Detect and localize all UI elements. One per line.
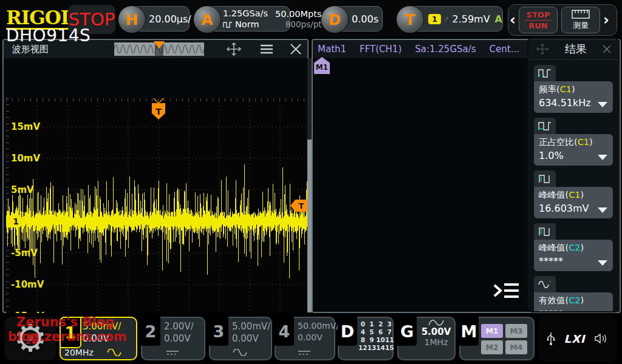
v-axis-label: -10mV (11, 279, 44, 290)
results-title: 结果 (552, 42, 600, 56)
generator-button[interactable]: G 5.00V 1MHz (397, 317, 456, 360)
generator-voltage: 5.00V (419, 326, 453, 337)
delay-knob[interactable]: D (321, 5, 349, 33)
fft-samplerate-label: Sa:1.25GSa/s (415, 44, 476, 55)
close-icon[interactable] (288, 42, 304, 56)
sample-resolution: 800ps/pt (275, 19, 321, 30)
v-axis-label: 15mV (11, 121, 40, 132)
horizontal-knob[interactable]: H (118, 5, 146, 33)
ac-coupling-icon (233, 349, 247, 356)
measurement-item[interactable]: 峰峰值(C2) ***** (534, 223, 613, 271)
measurement-item[interactable]: 峰峰值(C1) 16.603mV (534, 170, 613, 218)
bit-label: 7 (385, 328, 394, 335)
measurement-card[interactable]: 有效值(C2) ***** (534, 292, 613, 312)
expand-caret-icon[interactable] (598, 102, 607, 107)
expand-menu-icon[interactable] (492, 278, 521, 303)
channel1-bandwidth: 20MHz (64, 348, 94, 357)
delay-value: 0.00s (352, 13, 378, 25)
channel2-button[interactable]: 2 2.00V/ 0.00V (141, 317, 205, 360)
trigger-position-outline-icon (152, 98, 165, 104)
channel2-scale: 2.00V/ (164, 320, 194, 332)
dc-coupling-icon (166, 349, 179, 356)
measurement-card[interactable]: 峰峰值(C2) ***** (534, 240, 613, 271)
duty-cycle-icon (534, 118, 556, 134)
bit-label: 14 (376, 344, 385, 351)
status-tile: LXI (538, 315, 617, 362)
channel3-scale: 5.00mV/ (232, 320, 270, 332)
timebase-preview-strip[interactable] (114, 42, 204, 56)
ruler-icon (572, 10, 590, 19)
source-c1: C1 (560, 84, 572, 94)
frequency-icon (534, 65, 556, 81)
bit-label: 9 (367, 336, 377, 343)
toolbar-next-icon[interactable]: › (602, 13, 610, 27)
acquire-mode: Norm (235, 19, 259, 30)
bit-label: 1 (367, 320, 377, 328)
measurement-card[interactable]: 正占空比(C1) 1.0% (534, 134, 613, 166)
measurement-card[interactable]: 峰峰值(C1) 16.603mV (534, 187, 613, 218)
beeper-muted-icon[interactable] (594, 332, 609, 345)
bit-label: 13 (367, 344, 377, 351)
math4-button[interactable]: M4 (505, 340, 527, 354)
measurement-item[interactable]: 正占空比(C1) 1.0% (534, 118, 613, 166)
generator-label: G (397, 317, 417, 346)
top-bar: RIGOL STOP H 20.00μs/ A 1.25GSa/s Norm 5… (0, 0, 622, 38)
rms-icon (534, 276, 556, 292)
dc-coupling-icon (298, 349, 311, 356)
math-button[interactable]: M M1 M3 M2 M4 (459, 317, 535, 360)
math3-button[interactable]: M3 (505, 324, 527, 338)
results-titlebar[interactable]: 结果 (528, 39, 618, 60)
channel4-offset: 0.00V (298, 332, 339, 343)
channel3-button[interactable]: 3 5.00mV/ 0.00V (209, 317, 272, 360)
menu-icon[interactable] (259, 42, 275, 56)
bit-label: 4 (358, 328, 367, 335)
digital-label: D (338, 317, 357, 346)
channel4-button[interactable]: 4 50.00mV/ 0.00V (275, 317, 335, 360)
sample-rate: 1.25GSa/s (223, 8, 268, 19)
digital-channels-button[interactable]: D 0123 4567 891011 12131415 (338, 317, 394, 360)
channel2-offset: 0.00V (164, 332, 194, 345)
expand-caret-icon[interactable] (598, 207, 607, 213)
math2-button[interactable]: M2 (481, 340, 503, 354)
watermark-line1: Zeruns's Blog (16, 315, 114, 329)
measurement-item[interactable]: 频率(C1) 634.51kHz (534, 65, 613, 113)
fft-operation-label: FFT(CH1) (360, 44, 402, 55)
close-results-icon[interactable] (600, 44, 613, 55)
measurement-item[interactable]: 有效值(C2) ***** (534, 276, 613, 312)
acquire-knob[interactable]: A (193, 5, 221, 33)
bit-label: 6 (376, 328, 385, 335)
channel3-number: 3 (209, 317, 228, 346)
channel4-number: 4 (275, 317, 294, 346)
rising-edge-icon (445, 14, 448, 24)
fft-source-label: Math1 (318, 44, 346, 55)
measurement-card[interactable]: 频率(C1) 634.51kHz (534, 81, 613, 113)
expand-caret-icon[interactable] (598, 260, 607, 266)
toolbar-group: ‹ STOP RUN 测量 › (508, 4, 617, 36)
window-divider-scrollbar[interactable] (307, 58, 312, 312)
sine-wave-icon (428, 319, 444, 326)
memory-depth: 50.00Mpts (275, 8, 321, 19)
bit-label: 12 (358, 344, 367, 351)
acquire-mode-icon (223, 21, 233, 28)
peak-peak-icon (534, 223, 556, 240)
trigger-level-value: 2.59mV (452, 13, 490, 25)
source-c2: C2 (569, 243, 580, 252)
watermark-line2: blog.zeruns.com (8, 329, 127, 344)
trigger-knob[interactable]: T (396, 5, 424, 33)
math1-button[interactable]: M1 (481, 324, 503, 338)
usb-icon[interactable] (547, 331, 555, 346)
stop-run-button[interactable]: STOP RUN (519, 7, 558, 33)
measure-button[interactable]: 测量 (561, 7, 600, 33)
math-label: M (459, 317, 479, 346)
v-axis-label: 5mV (11, 184, 34, 195)
move-panel-icon[interactable] (533, 43, 552, 55)
source-c1: C1 (578, 137, 589, 147)
lxi-label[interactable]: LXI (564, 332, 585, 345)
move-window-icon[interactable] (226, 42, 242, 56)
expand-caret-icon[interactable] (598, 155, 607, 160)
horizontal-scale-value: 20.00μs/ (149, 13, 191, 25)
scrollbar-thumb[interactable] (307, 140, 312, 312)
ac-coupling-icon (107, 349, 121, 356)
model-name: DHO914S (6, 25, 91, 46)
toolbar-prev-icon[interactable]: ‹ (508, 13, 517, 27)
